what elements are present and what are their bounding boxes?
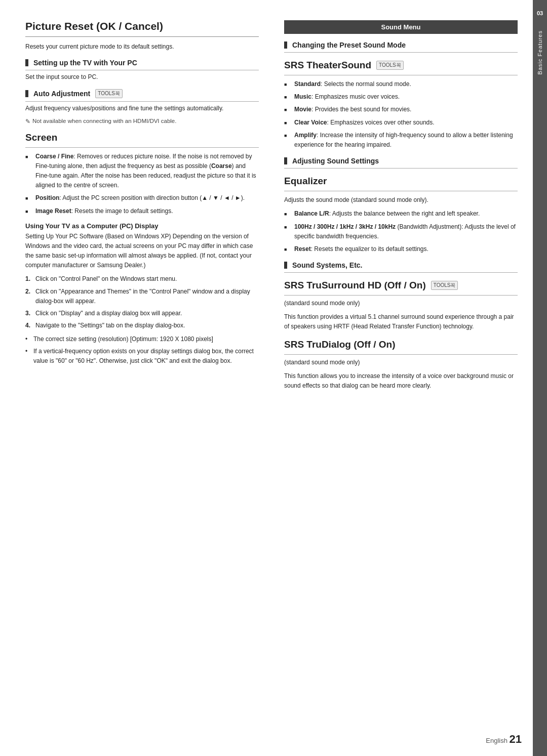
sound-systems-heading: Sound Systems, Etc. bbox=[284, 261, 518, 273]
srs-bullet-music: Music: Emphasizes music over voices. bbox=[284, 92, 518, 102]
srs-bullet-clearvoice: Clear Voice: Emphasizes voices over othe… bbox=[284, 118, 518, 128]
dot-item-2: If a vertical-frequency option exists on… bbox=[25, 347, 259, 366]
step-1: 1.Click on "Control Panel" on the Window… bbox=[25, 274, 259, 284]
eq-bullet-bandwidth: 100Hz / 300Hz / 1kHz / 3kHz / 10kHz (Ban… bbox=[284, 222, 518, 241]
numbered-steps-list: 1.Click on "Control Panel" on the Window… bbox=[25, 274, 259, 330]
auto-adjustment-desc: Adjust frequency values/positions and fi… bbox=[25, 104, 259, 113]
changing-preset-heading: Changing the Preset Sound Mode bbox=[284, 41, 518, 53]
picture-reset-title: Picture Reset (OK / Cancel) bbox=[25, 20, 259, 37]
srs-theater-bullets: Standard: Selects the normal sound mode.… bbox=[284, 79, 518, 150]
screen-bullet-2: Position: Adjust the PC screen position … bbox=[25, 193, 259, 203]
right-column: Sound Menu Changing the Preset Sound Mod… bbox=[279, 20, 518, 726]
using-tv-heading: Using Your TV as a Computer (PC) Display bbox=[25, 222, 259, 230]
setting-up-tv-desc: Set the input source to PC. bbox=[25, 72, 259, 82]
eq-bullet-reset: Reset: Resets the equalizer to its defau… bbox=[284, 244, 518, 254]
screen-bullet-1: Coarse / Fine: Removes or reduces pictur… bbox=[25, 152, 259, 191]
srs-bullet-amplify: Amplify: Increase the intensity of high-… bbox=[284, 131, 518, 150]
eq-bullet-balance: Balance L/R: Adjusts the balance between… bbox=[284, 209, 518, 219]
side-tab-number: 03 bbox=[537, 10, 543, 16]
srs-theater-heading: SRS TheaterSound TOOLS꼭 bbox=[284, 60, 518, 75]
step-3: 3.Click on "Display" and a display dialo… bbox=[25, 309, 259, 318]
side-tab-label: Basic Features bbox=[537, 30, 543, 74]
srs-truedialog-desc: This function allows you to increase the… bbox=[284, 371, 518, 391]
equalizer-bullets: Balance L/R: Adjusts the balance between… bbox=[284, 209, 518, 254]
srs-truedialog-heading: SRS TruDialog (Off / On) bbox=[284, 339, 518, 355]
using-tv-desc1: Setting Up Your PC Software (Based on Wi… bbox=[25, 232, 259, 271]
dot-items-list: The correct size setting (resolution) [O… bbox=[25, 334, 259, 366]
left-column: Picture Reset (OK / Cancel) Resets your … bbox=[25, 20, 264, 726]
auto-adjustment-tools-badge: TOOLS꼭 bbox=[95, 89, 123, 98]
page-container: Picture Reset (OK / Cancel) Resets your … bbox=[0, 0, 547, 756]
srs-trusurround-desc: This function provides a virtual 5.1 cha… bbox=[284, 312, 518, 331]
sound-menu-header: Sound Menu bbox=[284, 20, 518, 34]
srs-bullet-standard: Standard: Selects the normal sound mode. bbox=[284, 79, 518, 89]
side-tab: 03 Basic Features bbox=[533, 0, 547, 756]
screen-heading: Screen bbox=[25, 132, 259, 148]
equalizer-heading: Equalizer bbox=[284, 176, 518, 191]
srs-trusurround-tools-badge: TOOLS꼭 bbox=[431, 281, 458, 290]
picture-reset-desc: Resets your current picture mode to its … bbox=[25, 42, 259, 52]
auto-adjustment-note: Not available when connecting with an HD… bbox=[25, 118, 259, 125]
step-2: 2.Click on "Appearance and Themes" in th… bbox=[25, 287, 259, 306]
auto-adjustment-heading: Auto Adjustment TOOLS꼭 bbox=[25, 89, 259, 102]
srs-trusurround-heading: SRS TruSurround HD (Off / On) TOOLS꼭 bbox=[284, 280, 518, 296]
screen-bullet-3: Image Reset: Resets the image to default… bbox=[25, 206, 259, 216]
footer-page-number: 21 bbox=[510, 733, 522, 745]
step-4: 4.Navigate to the "Settings" tab on the … bbox=[25, 321, 259, 330]
srs-theater-tools-badge: TOOLS꼭 bbox=[376, 61, 404, 70]
screen-bullet-list: Coarse / Fine: Removes or reduces pictur… bbox=[25, 152, 259, 216]
srs-bullet-movie: Movie: Provides the best sound for movie… bbox=[284, 105, 518, 114]
setting-up-tv-heading: Setting up the TV with Your PC bbox=[25, 59, 259, 70]
srs-trusurround-note: (standard sound mode only) bbox=[284, 299, 518, 308]
equalizer-desc: Adjusts the sound mode (standard sound m… bbox=[284, 195, 518, 205]
footer-language: English bbox=[486, 737, 507, 744]
main-content: Picture Reset (OK / Cancel) Resets your … bbox=[0, 0, 533, 756]
srs-truedialog-note: (standard sound mode only) bbox=[284, 358, 518, 367]
adjusting-sound-heading: Adjusting Sound Settings bbox=[284, 157, 518, 169]
page-footer: English 21 bbox=[486, 733, 522, 746]
dot-item-1: The correct size setting (resolution) [O… bbox=[25, 334, 259, 344]
